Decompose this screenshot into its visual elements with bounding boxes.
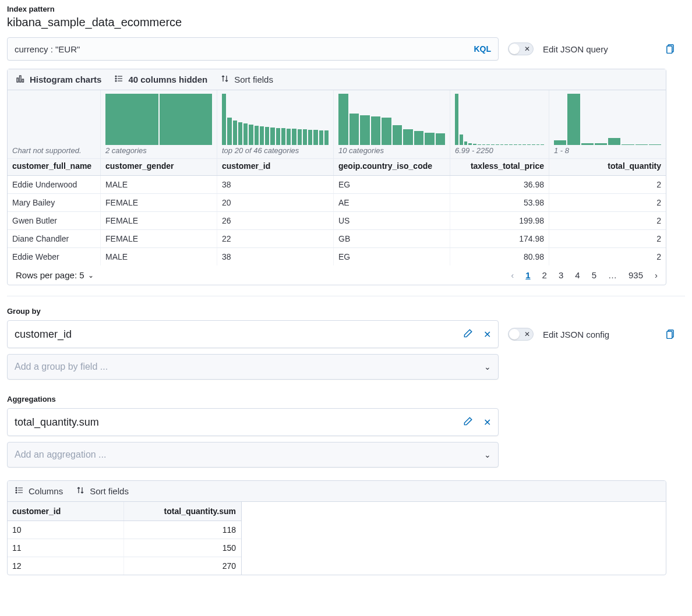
pagination-next[interactable]: › [655,270,658,280]
histogram-bar [298,129,302,145]
column-header[interactable]: total_quantity [549,159,666,175]
edit-json-query-toggle[interactable]: ✕ [508,43,534,55]
column-header[interactable]: customer_id [217,159,334,175]
pencil-icon[interactable] [462,416,473,429]
histogram-subtitle: 2 categories [104,145,213,155]
edit-json-query-label: Edit JSON query [543,44,608,54]
histogram-bar [464,141,468,145]
histogram-bar [541,144,544,145]
pagination-page[interactable]: 2 [542,270,547,280]
datagrid-histogram-row: Chart not supported.2 categoriestop 20 o… [8,90,666,159]
histogram-bar [243,123,248,145]
table-cell: 36.98 [450,176,549,193]
table-row[interactable]: Eddie WeberMALE38EG80.982 [8,248,666,265]
table-row[interactable]: 10118 [8,521,241,539]
histogram-bar [522,144,526,145]
histogram-bar [425,133,435,146]
table-cell: 26 [217,212,334,229]
histogram-bar [303,129,307,145]
table-row[interactable]: 11150 [8,539,241,557]
pagination: ‹12345…935› [511,270,658,280]
histogram-bar [509,144,513,145]
histogram-bar [455,94,458,145]
histogram-bar [260,126,264,145]
histogram-bar [649,144,661,145]
close-icon[interactable]: ✕ [483,329,491,340]
pencil-icon[interactable] [462,328,473,341]
pagination-page[interactable]: 935 [629,270,643,280]
result-header-total-quantity-sum[interactable]: total_quantity.sum [124,502,241,521]
edit-json-config-toggle[interactable]: ✕ [508,328,534,341]
histogram-bar [496,144,499,145]
table-cell: 174.98 [450,230,549,247]
histogram-bar [233,121,237,145]
histogram-bar [265,127,269,145]
table-cell: EG [334,176,450,193]
table-cell: MALE [101,248,217,265]
table-cell: 2 [549,194,666,211]
histogram-chart [553,93,662,145]
clipboard-icon[interactable] [665,328,676,341]
histogram-bar [393,125,403,145]
histogram-charts-button[interactable]: Histogram charts [16,74,101,85]
histogram-charts-label: Histogram charts [30,75,101,84]
column-header[interactable]: customer_full_name [8,159,101,175]
table-row[interactable]: Eddie UnderwoodMALE38EG36.982 [8,176,666,194]
histogram-bar [536,144,540,145]
datagrid-body: Eddie UnderwoodMALE38EG36.982Mary Bailey… [8,176,666,265]
close-icon[interactable]: ✕ [483,417,491,428]
column-header[interactable]: customer_gender [101,159,217,175]
query-language-badge[interactable]: KQL [469,44,491,54]
histogram-subtitle: Chart not supported. [11,145,97,155]
table-row[interactable]: Mary BaileyFEMALE20AE53.982 [8,194,666,212]
table-cell: EG [334,248,450,265]
histogram-bar [436,133,446,145]
rows-per-page-button[interactable]: Rows per page: 5 ⌄ [16,270,94,280]
bar-chart-icon [16,74,25,85]
add-group-by-field[interactable]: Add a group by field ... ⌄ [7,354,499,380]
column-header[interactable]: geoip.country_iso_code [334,159,450,175]
clipboard-icon[interactable] [665,43,676,55]
histogram-bar [608,138,620,145]
aggregation-field[interactable]: total_quantity.sum ✕ [7,408,499,436]
sort-fields-button[interactable]: Sort fields [76,486,129,497]
table-row[interactable]: Gwen ButlerFEMALE26US199.982 [8,212,666,230]
columns-hidden-button[interactable]: 40 columns hidden [114,74,207,85]
query-input[interactable] [15,44,469,54]
pagination-page[interactable]: 1 [525,270,530,280]
divider [7,296,685,296]
sort-fields-button[interactable]: Sort fields [220,74,273,85]
chevron-down-icon: ⌄ [88,271,94,279]
column-header[interactable]: taxless_total_price [450,159,549,175]
histogram-bar [360,115,370,145]
table-cell: MALE [101,176,217,193]
table-cell: Diane Chandler [8,230,101,247]
result-header-customer-id[interactable]: customer_id [8,502,124,521]
table-row[interactable]: Diane ChandlerFEMALE22GB174.982 [8,230,666,248]
chevron-down-icon: ⌄ [484,362,491,371]
columns-label: Columns [29,486,63,496]
pagination-page[interactable]: 5 [592,270,596,280]
pagination-page[interactable]: 3 [559,270,563,280]
table-cell: FEMALE [101,230,217,247]
svg-rect-2 [17,78,19,82]
histogram-bar [532,144,535,145]
histogram-bar [527,144,531,145]
query-input-box[interactable]: KQL [7,37,499,61]
datagrid-footer: Rows per page: 5 ⌄ ‹12345…935› [8,265,666,285]
group-by-field[interactable]: customer_id ✕ [7,320,499,348]
table-cell: 53.98 [450,194,549,211]
histogram-bar [222,94,226,145]
edit-json-config-label: Edit JSON config [543,330,609,339]
svg-rect-1 [667,46,672,53]
histogram-cell: 1 - 8 [549,90,666,158]
table-cell: 38 [217,248,334,265]
table-cell: 199.98 [450,212,549,229]
columns-icon [114,74,123,85]
pagination-prev[interactable]: ‹ [511,270,514,280]
result-grid: Columns Sort fields customer_id total_qu… [7,480,666,575]
add-aggregation-field[interactable]: Add an aggregation ... ⌄ [7,442,499,468]
pagination-page[interactable]: 4 [575,270,580,280]
columns-button[interactable]: Columns [15,486,63,497]
table-row[interactable]: 12270 [8,557,241,575]
